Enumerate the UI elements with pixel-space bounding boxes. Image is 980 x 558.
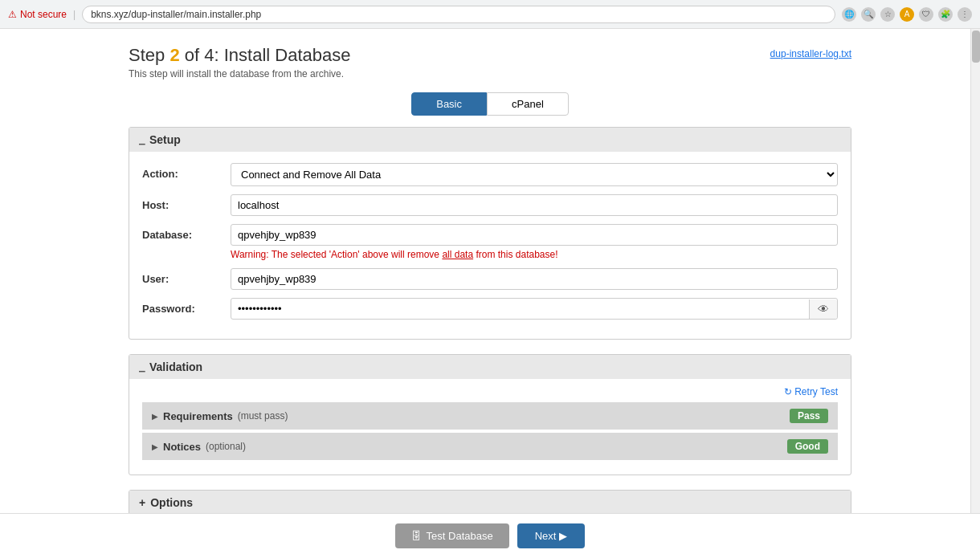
- star-icon[interactable]: ☆: [880, 7, 895, 22]
- requirements-badge: Pass: [790, 409, 828, 423]
- database-row: Database: Warning: The selected 'Action'…: [142, 224, 838, 260]
- setup-section: ⎯ Setup Action: Connect and Remove All D…: [129, 127, 851, 340]
- password-row: Password: 👁: [142, 298, 838, 320]
- step-subtitle: This step will install the database from…: [129, 68, 851, 79]
- retry-test-button[interactable]: ↻ Retry Test: [784, 386, 838, 397]
- database-warning: Warning: The selected 'Action' above wil…: [231, 249, 838, 260]
- notices-expand-icon: ▶: [152, 442, 158, 451]
- menu-icon[interactable]: ⋮: [958, 7, 972, 22]
- notices-badge: Good: [787, 439, 828, 454]
- validation-section-title: Validation: [149, 360, 202, 373]
- password-wrap: 👁: [231, 298, 838, 320]
- host-row: Host:: [142, 194, 838, 216]
- action-control: Connect and Remove All DataCreate New Da…: [231, 163, 838, 186]
- setup-section-title: Setup: [149, 133, 181, 146]
- host-label: Host:: [142, 194, 231, 211]
- notices-label: Notices: [163, 441, 201, 453]
- database-label: Database:: [142, 224, 231, 241]
- action-label: Action:: [142, 163, 231, 180]
- tab-bar: Basic cPanel: [129, 92, 851, 116]
- scrollbar-thumb[interactable]: [972, 31, 980, 63]
- action-row: Action: Connect and Remove All DataCreat…: [142, 163, 838, 186]
- database-input[interactable]: [231, 224, 838, 246]
- host-control: [231, 194, 838, 216]
- options-section-header[interactable]: + Options: [129, 491, 851, 515]
- setup-toggle-icon: ⎯: [139, 134, 145, 145]
- validation-section-header[interactable]: ⎯ Validation: [129, 355, 851, 379]
- user-control: [231, 268, 838, 290]
- validation-section: ⎯ Validation ↻ Retry Test ▶ Requirements…: [129, 354, 851, 475]
- adblock-icon[interactable]: 🛡: [919, 7, 933, 22]
- step-header: dup-installer-log.txt Step 2 of 4: Insta…: [129, 45, 851, 79]
- notices-qualifier: (optional): [206, 441, 246, 452]
- action-select[interactable]: Connect and Remove All DataCreate New Da…: [231, 163, 838, 186]
- browser-icons: 🌐 🔍 ☆ A 🛡 🧩 ⋮: [842, 7, 972, 22]
- browser-bar: ⚠ Not secure | bkns.xyz/dup-installer/ma…: [0, 0, 980, 29]
- user-input[interactable]: [231, 268, 838, 290]
- validation-toggle-icon: ⎯: [139, 361, 145, 373]
- url-bar[interactable]: bkns.xyz/dup-installer/main.installer.ph…: [82, 6, 835, 23]
- db-icon: 🗄: [411, 530, 422, 542]
- requirements-row[interactable]: ▶ Requirements (must pass) Pass: [142, 402, 838, 430]
- requirements-label-wrap: ▶ Requirements (must pass): [152, 410, 288, 422]
- step-title: Step 2 of 4: Install Database: [129, 45, 851, 66]
- notices-label-wrap: ▶ Notices (optional): [152, 441, 246, 453]
- user-label: User:: [142, 268, 231, 285]
- options-toggle-icon: +: [139, 496, 145, 509]
- translate-icon[interactable]: 🌐: [842, 7, 856, 22]
- tab-cpanel[interactable]: cPanel: [487, 92, 569, 116]
- requirements-label: Requirements: [163, 410, 233, 422]
- extensions-icon[interactable]: 🧩: [938, 7, 953, 22]
- setup-section-body: Action: Connect and Remove All DataCreat…: [129, 152, 851, 339]
- footer-bar: 🗄 Test Database Next ▶: [0, 513, 980, 558]
- notices-row[interactable]: ▶ Notices (optional) Good: [142, 433, 838, 460]
- search-icon[interactable]: 🔍: [861, 7, 876, 22]
- password-input[interactable]: [231, 299, 809, 319]
- not-secure-badge: ⚠ Not secure: [8, 9, 67, 20]
- database-control: Warning: The selected 'Action' above wil…: [231, 224, 838, 260]
- password-label: Password:: [142, 298, 231, 315]
- user-row: User:: [142, 268, 838, 290]
- options-section-title: Options: [150, 496, 193, 509]
- setup-section-header[interactable]: ⎯ Setup: [129, 128, 851, 152]
- validation-body: ↻ Retry Test ▶ Requirements (must pass) …: [129, 379, 851, 475]
- next-button[interactable]: Next ▶: [517, 523, 586, 548]
- profile-icon[interactable]: A: [900, 7, 914, 22]
- page-content: dup-installer-log.txt Step 2 of 4: Insta…: [0, 29, 980, 558]
- requirements-qualifier: (must pass): [238, 410, 288, 422]
- scrollbar[interactable]: [970, 29, 980, 558]
- requirements-expand-icon: ▶: [152, 412, 158, 421]
- test-database-button: 🗄 Test Database: [395, 523, 509, 548]
- log-link[interactable]: dup-installer-log.txt: [770, 48, 851, 59]
- password-control: 👁: [231, 298, 838, 320]
- host-input[interactable]: [231, 194, 838, 216]
- tab-basic[interactable]: Basic: [411, 92, 487, 116]
- step-number: 2: [169, 45, 179, 65]
- retry-test-row: ↻ Retry Test: [142, 385, 838, 397]
- password-toggle-icon[interactable]: 👁: [809, 299, 837, 319]
- options-section: + Options: [129, 490, 851, 515]
- next-arrow-icon: ▶: [559, 530, 567, 542]
- all-data-link[interactable]: all data: [442, 249, 473, 260]
